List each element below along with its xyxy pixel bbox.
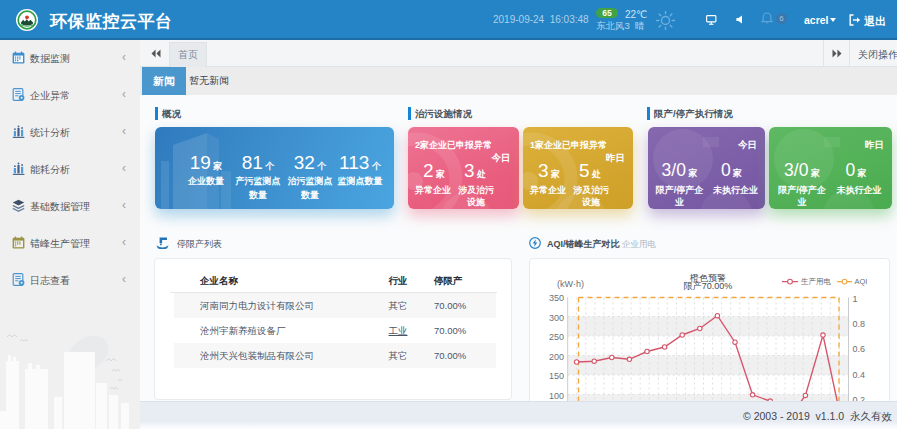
svg-text:(kW·h): (kW·h) — [557, 279, 584, 289]
svg-text:150: 150 — [549, 371, 564, 381]
svg-text:350: 350 — [549, 293, 564, 303]
svg-text:1: 1 — [853, 294, 858, 304]
svg-text:200: 200 — [549, 352, 564, 362]
svg-text:100: 100 — [549, 391, 564, 401]
svg-text:0.8: 0.8 — [853, 319, 866, 329]
svg-text:AQI: AQI — [855, 277, 868, 286]
svg-text:限产70.00%: 限产70.00% — [684, 281, 733, 291]
svg-text:生产用电: 生产用电 — [800, 277, 832, 286]
svg-text:300: 300 — [549, 313, 564, 323]
svg-text:0.4: 0.4 — [853, 370, 866, 380]
svg-text:0.6: 0.6 — [853, 344, 866, 354]
svg-text:250: 250 — [549, 332, 564, 342]
